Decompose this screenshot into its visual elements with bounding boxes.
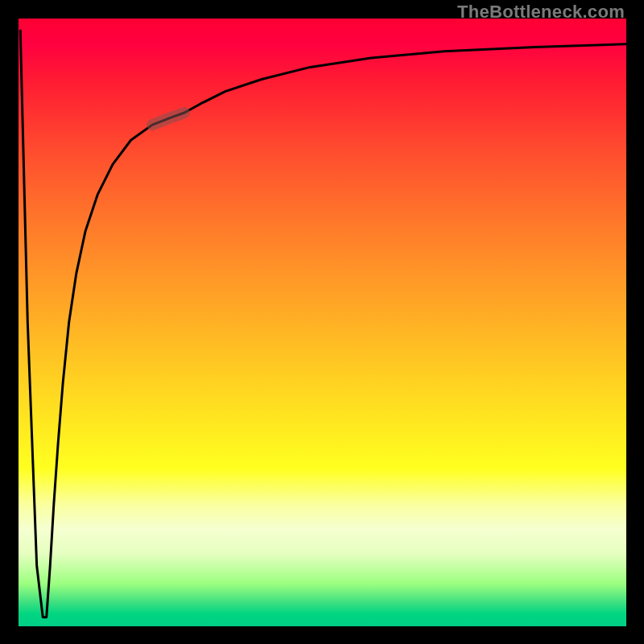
- chart-frame: TheBottleneck.com: [0, 0, 644, 644]
- plot-area: [19, 19, 626, 626]
- watermark-text: TheBottleneck.com: [457, 2, 625, 23]
- bottleneck-curve-highlight: [152, 113, 184, 125]
- curve-svg: [19, 19, 626, 626]
- bottleneck-curve-path: [20, 31, 626, 617]
